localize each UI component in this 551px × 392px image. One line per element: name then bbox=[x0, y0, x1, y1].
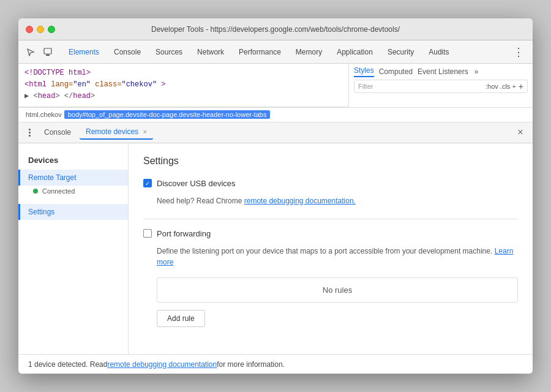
devices-section-title: Devices bbox=[18, 153, 128, 170]
tab-memory[interactable]: Memory bbox=[288, 44, 329, 60]
computed-tab[interactable]: Computed bbox=[379, 67, 413, 76]
dom-line-2: <html lang="en" class="chekov" > bbox=[24, 79, 342, 91]
settings-title: Settings bbox=[143, 156, 518, 167]
add-style-rule-icon[interactable]: + bbox=[519, 81, 523, 91]
devices-sidebar: Devices Remote Target Connected Settings bbox=[18, 143, 129, 354]
breadcrumb: html.chekov body#top_of_page.devsite-doc… bbox=[18, 108, 533, 123]
remote-target-item[interactable]: Remote Target bbox=[18, 170, 128, 186]
status-bar: 1 device detected. Read remote debugging… bbox=[18, 354, 533, 374]
cursor-icon[interactable] bbox=[23, 45, 38, 59]
filter-hint: :hov .cls + bbox=[485, 83, 516, 90]
tab-audits[interactable]: Audits bbox=[421, 44, 456, 60]
panel-tab-remote-devices[interactable]: Remote devices × bbox=[80, 125, 153, 140]
connected-status: Connected bbox=[18, 186, 128, 197]
discover-usb-label: Discover USB devices bbox=[157, 179, 236, 188]
close-button[interactable] bbox=[26, 26, 33, 33]
tab-network[interactable]: Network bbox=[190, 44, 231, 60]
styles-tab[interactable]: Styles bbox=[354, 66, 374, 77]
port-forwarding-checkbox[interactable] bbox=[143, 229, 152, 238]
panel-toolbar: Console Remote devices × × bbox=[18, 123, 533, 143]
styles-panel: Styles Computed Event Listeners » Filter… bbox=[349, 64, 533, 107]
port-forwarding-label: Port forwarding bbox=[157, 229, 211, 238]
close-remote-devices-tab[interactable]: × bbox=[143, 128, 146, 135]
svg-rect-1 bbox=[46, 55, 50, 56]
toolbar-icon-group bbox=[23, 45, 55, 59]
minimize-button[interactable] bbox=[37, 26, 44, 33]
add-rule-button[interactable]: Add rule bbox=[157, 310, 205, 327]
filter-input[interactable]: Filter bbox=[358, 83, 485, 90]
maximize-button[interactable] bbox=[48, 26, 55, 33]
port-forwarding-row: Port forwarding bbox=[143, 229, 518, 238]
divider bbox=[143, 219, 518, 219]
status-debug-link[interactable]: remote debugging documentation bbox=[107, 360, 217, 369]
traffic-lights bbox=[26, 26, 55, 33]
panel-menu-icon[interactable] bbox=[23, 126, 36, 138]
no-rules-box: No rules bbox=[157, 277, 518, 303]
main-toolbar: Elements Console Sources Network Perform… bbox=[18, 40, 533, 64]
discover-usb-row: Discover USB devices bbox=[143, 179, 518, 188]
more-tabs-button[interactable]: ⋮ bbox=[509, 45, 528, 59]
settings-item[interactable]: Settings bbox=[18, 204, 128, 220]
more-styles-tabs[interactable]: » bbox=[474, 67, 479, 76]
toolbar-nav: Elements Console Sources Network Perform… bbox=[61, 44, 457, 60]
tab-security[interactable]: Security bbox=[380, 44, 421, 60]
devtools-window: Developer Tools - https://developers.goo… bbox=[18, 18, 533, 374]
discover-usb-checkbox[interactable] bbox=[143, 179, 152, 187]
tab-performance[interactable]: Performance bbox=[231, 44, 288, 60]
title-bar: Developer Tools - https://developers.goo… bbox=[18, 18, 533, 40]
breadcrumb-html[interactable]: html.chekov bbox=[23, 111, 64, 118]
connected-dot-icon bbox=[33, 189, 38, 194]
tab-console[interactable]: Console bbox=[107, 44, 148, 60]
dom-line-1: <!DOCTYPE html> bbox=[24, 67, 342, 79]
event-listeners-tab[interactable]: Event Listeners bbox=[418, 67, 468, 76]
svg-rect-0 bbox=[44, 48, 51, 54]
panel-tab-console[interactable]: Console bbox=[38, 126, 77, 139]
remote-debug-link-1[interactable]: remote debugging documentation. bbox=[244, 197, 356, 205]
inspect-icon[interactable] bbox=[40, 45, 55, 59]
settings-panel: Settings Discover USB devices Need help?… bbox=[129, 143, 533, 354]
tab-elements[interactable]: Elements bbox=[61, 44, 107, 60]
tab-sources[interactable]: Sources bbox=[148, 44, 190, 60]
main-content: Devices Remote Target Connected Settings… bbox=[18, 143, 533, 354]
forwarding-help-text: Define the listening port on your device… bbox=[157, 246, 518, 268]
close-panel-button[interactable]: × bbox=[513, 125, 528, 140]
tab-application[interactable]: Application bbox=[329, 44, 380, 60]
dom-line-3: ▶ <head> </head> bbox=[24, 91, 342, 102]
dom-panel: <!DOCTYPE html> <html lang="en" class="c… bbox=[18, 64, 349, 107]
usb-help-text: Need help? Read Chrome remote debugging … bbox=[157, 195, 518, 206]
window-title: Developer Tools - https://developers.goo… bbox=[151, 25, 400, 34]
breadcrumb-body[interactable]: body#top_of_page.devsite-doc-page.devsit… bbox=[64, 110, 271, 119]
